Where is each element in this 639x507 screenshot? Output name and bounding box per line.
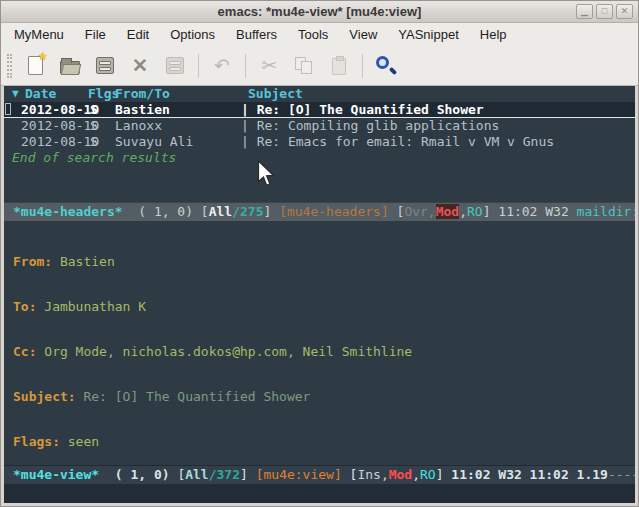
menu-item-buffers[interactable]: Buffers <box>233 26 280 43</box>
read-only-flag: RO <box>420 467 436 482</box>
modified-flag: Mod <box>389 467 412 482</box>
sort-descending-icon[interactable]: ▼ <box>12 86 25 102</box>
menu-item-tools[interactable]: Tools <box>295 26 331 43</box>
menu-item-file[interactable]: File <box>82 26 109 43</box>
title-bar[interactable]: emacs: *mu4e-view* [mu4e:view] ▁ □ ✕ <box>1 1 638 23</box>
row-date: 2012-08-10 <box>12 102 88 117</box>
row-from: Suvayu Ali <box>115 134 241 150</box>
toolbar-separator <box>198 54 199 78</box>
end-of-results-message: End of search results <box>4 150 635 166</box>
menu-item-view[interactable]: View <box>346 26 380 43</box>
search-icon <box>374 54 398 78</box>
modeline-status: 11:02 W32 11:02 1.19 <box>451 467 608 482</box>
menu-item-edit[interactable]: Edit <box>124 26 152 43</box>
undo-button: ↶ <box>207 51 237 81</box>
headers-column-row: ▼ Date Flgs From/To Subject <box>4 86 635 102</box>
major-mode: [mu4e:view] <box>256 467 350 482</box>
toolbar-separator <box>362 54 363 78</box>
minimize-button[interactable]: ▁ <box>576 4 593 19</box>
column-header-subject[interactable]: Subject <box>241 86 635 102</box>
row-subject: | Re: [O] The Quantified Shower <box>241 102 635 117</box>
fringe-cursor <box>5 103 11 115</box>
modeline-headers: *mu4e-headers* ( 1, 0) [All/275] [mu4e-h… <box>4 202 635 221</box>
message-row-selected[interactable]: 2012-08-10 S Bastien | Re: [O] The Quant… <box>4 102 635 118</box>
save-as-icon <box>166 57 184 74</box>
cut-icon: ✂ <box>261 56 277 75</box>
column-header-flags[interactable]: Flgs <box>88 86 115 102</box>
cursor-position: ( 1, 0) <box>123 204 201 219</box>
cursor-position: ( 1, 0) <box>99 467 177 482</box>
filter-all: All <box>185 467 208 482</box>
toolbar-separator <box>245 54 246 78</box>
column-header-from[interactable]: From/To <box>115 86 241 102</box>
row-flags: S <box>88 118 115 134</box>
close-button[interactable]: ✕ <box>616 4 633 19</box>
window-controls: ▁ □ ✕ <box>576 4 633 19</box>
row-subject: | Re: Emacs for email: Rmail v VM v Gnus <box>241 134 635 150</box>
modified-flag: Mod <box>436 204 459 219</box>
message-row[interactable]: 2012-08-10 S Lanoxx | Re: Compiling glib… <box>4 118 635 134</box>
field-to: To: Jambunathan K <box>13 299 635 314</box>
row-date: 2012-08-10 <box>12 118 88 134</box>
row-from: Bastien <box>115 102 241 117</box>
window-title: emacs: *mu4e-view* [mu4e:view] <box>63 4 576 19</box>
save-as-button <box>160 51 190 81</box>
filter-all: All <box>209 204 232 219</box>
new-file-icon: ★ <box>28 56 43 75</box>
message-count: /372 <box>209 467 240 482</box>
row-flags: S <box>88 134 115 150</box>
paste-icon <box>332 58 346 75</box>
maximize-button[interactable]: □ <box>596 4 613 19</box>
row-flags: S <box>88 102 115 117</box>
major-mode: [mu4e-headers] <box>279 204 396 219</box>
save-icon <box>96 57 114 74</box>
copy-icon <box>295 57 313 75</box>
toolbar-drag-handle[interactable] <box>7 54 12 78</box>
delete-button[interactable]: ✕ <box>125 51 155 81</box>
copy-button <box>289 51 319 81</box>
mu4e-view-window: From: Bastien To: Jambunathan K Cc: Org … <box>4 221 635 465</box>
menu-bar: MyMenu File Edit Options Buffers Tools V… <box>1 23 638 46</box>
tool-bar: ★ ✕ ↶ ✂ <box>1 46 638 86</box>
menu-item-help[interactable]: Help <box>477 26 510 43</box>
read-only-flag: RO <box>467 204 483 219</box>
menu-item-mymenu[interactable]: MyMenu <box>11 26 67 43</box>
row-subject: | Re: Compiling glib applications <box>241 118 635 134</box>
save-button[interactable] <box>90 51 120 81</box>
field-subject: Subject: Re: [O] The Quantified Shower <box>13 389 635 404</box>
search-button[interactable] <box>371 51 401 81</box>
undo-icon: ↶ <box>214 56 230 75</box>
message-count: /275 <box>232 204 263 219</box>
delete-icon: ✕ <box>132 56 148 75</box>
row-date: 2012-08-10 <box>12 134 88 150</box>
minibuffer-echo-area[interactable] <box>4 484 635 503</box>
overwrite-flag: Ovr, <box>404 204 435 219</box>
message-row[interactable]: 2012-08-10 S Suvayu Ali | Re: Emacs for … <box>4 134 635 150</box>
new-file-button[interactable]: ★ <box>20 51 50 81</box>
row-from: Lanoxx <box>115 118 241 134</box>
emacs-window: emacs: *mu4e-view* [mu4e:view] ▁ □ ✕ MyM… <box>0 0 639 507</box>
mu4e-headers-window: ▼ Date Flgs From/To Subject 2012-08-10 S… <box>4 86 635 202</box>
menu-item-options[interactable]: Options <box>167 26 218 43</box>
buffer-name: *mu4e-view* <box>13 467 99 482</box>
field-flags: Flags: seen <box>13 434 635 449</box>
cut-button: ✂ <box>254 51 284 81</box>
emacs-frame: ▼ Date Flgs From/To Subject 2012-08-10 S… <box>4 86 635 503</box>
modeline-view: *mu4e-view* ( 1, 0) [All/372] [mu4e:view… <box>4 465 635 484</box>
open-file-button[interactable] <box>55 51 85 81</box>
buffer-name: *mu4e-headers* <box>13 204 123 219</box>
menu-item-yasnippet[interactable]: YASnippet <box>395 26 461 43</box>
column-header-date[interactable]: Date <box>25 86 88 102</box>
insert-flag: Ins, <box>357 467 388 482</box>
field-cc: Cc: Org Mode, nicholas.dokos@hp.com, Nei… <box>13 344 635 359</box>
modeline-status: 11:02 W32 <box>498 204 576 219</box>
maildir-indicator: maildir:/bulk <box>577 204 635 219</box>
open-folder-icon <box>60 61 80 74</box>
field-from: From: Bastien <box>13 254 635 269</box>
paste-button <box>324 51 354 81</box>
